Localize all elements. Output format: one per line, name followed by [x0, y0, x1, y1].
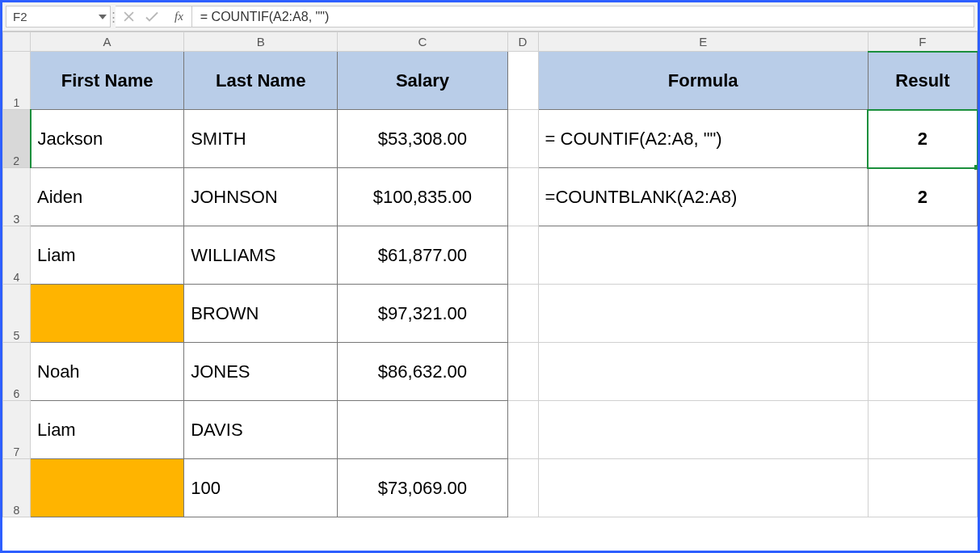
name-box[interactable]: F2	[6, 6, 111, 27]
fx-label[interactable]: fx	[166, 6, 192, 27]
cell-A3-text: Aiden	[31, 187, 183, 208]
header-result: Result	[873, 70, 972, 91]
formula-bar-buttons	[116, 6, 166, 27]
row-1: 1 First Name Last Name Salary Formula Re…	[3, 52, 978, 110]
cell-E5[interactable]	[538, 285, 868, 343]
cell-D2[interactable]	[507, 110, 538, 168]
cell-E6[interactable]	[538, 343, 868, 401]
cell-D3[interactable]	[507, 168, 538, 226]
cell-B7[interactable]: DAVIS	[184, 401, 338, 459]
cell-F5[interactable]	[868, 285, 977, 343]
cell-E2-text: = COUNTIF(A2:A8, "")	[539, 129, 868, 150]
row-header-2[interactable]: 2	[3, 110, 31, 168]
cell-C5[interactable]: $97,321.00	[338, 285, 507, 343]
cell-C6-text: $86,632.00	[338, 361, 507, 382]
cell-E3[interactable]: =COUNTBLANK(A2:A8)	[538, 168, 868, 226]
cell-B5[interactable]: BROWN	[184, 285, 338, 343]
row-3: 3 Aiden JOHNSON $100,835.00 =COUNTBLANK(…	[3, 168, 978, 226]
cell-C6[interactable]: $86,632.00	[338, 343, 507, 401]
cell-C3[interactable]: $100,835.00	[338, 168, 507, 226]
cell-E3-text: =COUNTBLANK(A2:A8)	[539, 187, 868, 208]
row-2: 2 Jackson SMITH $53,308.00 = COUNTIF(A2:…	[3, 110, 978, 168]
cell-A4[interactable]: Liam	[31, 226, 184, 285]
cell-A8[interactable]	[31, 459, 184, 517]
cell-D1[interactable]	[507, 52, 538, 110]
cell-C8[interactable]: $73,069.00	[338, 459, 507, 517]
name-box-value: F2	[13, 10, 27, 23]
cell-F1[interactable]: Result	[868, 52, 977, 110]
formula-input-text: = COUNTIF(A2:A8, "")	[200, 10, 329, 24]
spreadsheet-grid[interactable]: A B C D E F 1 First Name Last Name Salar…	[2, 32, 978, 551]
cell-E7[interactable]	[538, 401, 868, 459]
cell-B4[interactable]: WILLIAMS	[184, 226, 338, 285]
cell-B2[interactable]: SMITH	[184, 110, 338, 168]
cell-D4[interactable]	[507, 226, 538, 285]
row-header-6[interactable]: 6	[3, 343, 31, 401]
cell-F3-text: 2	[869, 187, 977, 208]
cell-B8[interactable]: 100	[184, 459, 338, 517]
cell-A3[interactable]: Aiden	[31, 168, 184, 226]
row-header-3[interactable]: 3	[3, 168, 31, 226]
cell-C4[interactable]: $61,877.00	[338, 226, 507, 285]
row-header-8[interactable]: 8	[3, 459, 31, 517]
cell-C2[interactable]: $53,308.00	[338, 110, 507, 168]
cell-A5[interactable]	[31, 285, 184, 343]
col-header-F[interactable]: F	[868, 32, 977, 52]
formula-bar: F2 ⋮ fx = COUNTIF(A2:A8, "")	[2, 2, 978, 32]
col-header-A[interactable]: A	[31, 32, 184, 52]
formula-input[interactable]: = COUNTIF(A2:A8, "")	[192, 6, 974, 27]
cell-E2[interactable]: = COUNTIF(A2:A8, "")	[538, 110, 868, 168]
row-4: 4 Liam WILLIAMS $61,877.00	[3, 226, 978, 285]
cell-B7-text: DAVIS	[184, 420, 337, 441]
cell-D6[interactable]	[507, 343, 538, 401]
cell-E4[interactable]	[538, 226, 868, 285]
cell-A1[interactable]: First Name	[31, 52, 184, 110]
cell-A6[interactable]: Noah	[31, 343, 184, 401]
select-all-corner[interactable]	[3, 32, 31, 52]
cell-C1[interactable]: Salary	[338, 52, 507, 110]
cell-B4-text: WILLIAMS	[184, 245, 337, 266]
cell-B1[interactable]: Last Name	[184, 52, 338, 110]
cell-B6[interactable]: JONES	[184, 343, 338, 401]
cell-C7[interactable]	[338, 401, 507, 459]
cell-E8[interactable]	[538, 459, 868, 517]
row-7: 7 Liam DAVIS	[3, 401, 978, 459]
cell-F7[interactable]	[868, 401, 977, 459]
cell-D5[interactable]	[507, 285, 538, 343]
cell-A2[interactable]: Jackson	[31, 110, 184, 168]
cell-F8[interactable]	[868, 459, 977, 517]
row-header-1[interactable]: 1	[3, 52, 31, 110]
col-header-E[interactable]: E	[538, 32, 868, 52]
row-header-7[interactable]: 7	[3, 401, 31, 459]
header-formula: Formula	[544, 70, 863, 91]
enter-icon[interactable]	[145, 11, 158, 22]
cancel-icon[interactable]	[124, 11, 134, 22]
cell-B3[interactable]: JOHNSON	[184, 168, 338, 226]
cell-D8[interactable]	[507, 459, 538, 517]
grid-table: A B C D E F 1 First Name Last Name Salar…	[2, 32, 978, 517]
row-header-5[interactable]: 5	[3, 285, 31, 343]
cell-A2-text: Jackson	[32, 129, 184, 150]
cell-C5-text: $97,321.00	[338, 303, 507, 324]
col-header-D[interactable]: D	[507, 32, 538, 52]
cell-F3[interactable]: 2	[868, 168, 977, 226]
cell-C3-text: $100,835.00	[338, 187, 507, 208]
cell-B2-text: SMITH	[184, 129, 337, 150]
row-header-4[interactable]: 4	[3, 226, 31, 285]
row-8: 8 100 $73,069.00	[3, 459, 978, 517]
name-box-dropdown-icon[interactable]	[99, 15, 107, 19]
cell-E1[interactable]: Formula	[538, 52, 868, 110]
header-first-name: First Name	[36, 70, 179, 91]
cell-F6[interactable]	[868, 343, 977, 401]
cell-C2-text: $53,308.00	[338, 129, 507, 150]
cell-C8-text: $73,069.00	[338, 478, 507, 499]
cell-C4-text: $61,877.00	[338, 245, 507, 266]
cell-F2[interactable]: 2	[868, 110, 977, 168]
cell-A7[interactable]: Liam	[31, 401, 184, 459]
row-6: 6 Noah JONES $86,632.00	[3, 343, 978, 401]
col-header-B[interactable]: B	[184, 32, 338, 52]
fx-label-text: fx	[175, 10, 183, 23]
cell-D7[interactable]	[507, 401, 538, 459]
col-header-C[interactable]: C	[338, 32, 507, 52]
cell-F4[interactable]	[868, 226, 977, 285]
